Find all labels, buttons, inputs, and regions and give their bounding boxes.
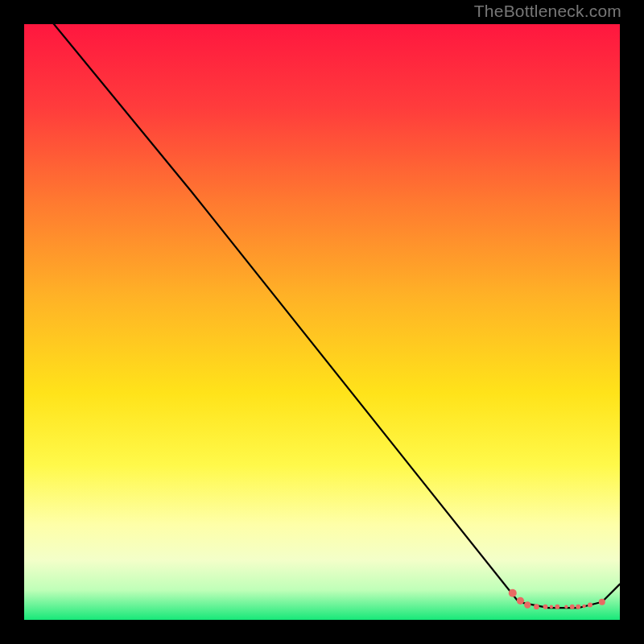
marker-dot <box>570 605 575 609</box>
plot-area <box>24 24 620 620</box>
marker-dot <box>564 605 568 609</box>
gradient-background <box>24 24 620 620</box>
chart-frame: TheBottleneck.com <box>0 0 644 644</box>
marker-dot <box>582 605 585 608</box>
marker-dot <box>543 605 548 609</box>
marker-dot <box>550 605 553 609</box>
marker-dot <box>517 597 524 605</box>
marker-dot <box>534 604 539 609</box>
watermark-text: TheBottleneck.com <box>474 2 621 21</box>
marker-dot <box>576 605 580 609</box>
marker-dot <box>524 601 530 608</box>
chart-svg <box>24 24 620 620</box>
marker-dot <box>509 589 517 597</box>
marker-dot <box>599 599 605 605</box>
marker-dot <box>555 605 559 609</box>
marker-dot <box>588 603 592 608</box>
